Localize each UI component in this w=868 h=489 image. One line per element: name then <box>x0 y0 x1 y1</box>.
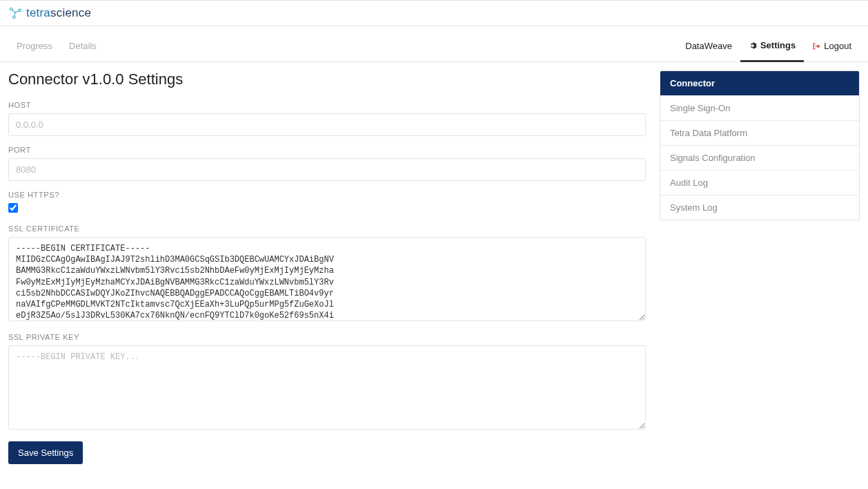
svg-line-6 <box>14 13 15 16</box>
logout-icon <box>812 42 820 50</box>
tab-details[interactable]: Details <box>61 31 105 61</box>
sidebar-item-sso[interactable]: Single Sign-On <box>660 96 859 121</box>
topbar: tetrascience <box>0 0 868 26</box>
sidebar-item-system-log[interactable]: System Log <box>660 195 859 220</box>
sidebar-item-audit-log[interactable]: Audit Log <box>660 171 859 195</box>
svg-point-2 <box>13 16 16 19</box>
subnav: Progress Details DataWeave Settings Logo… <box>0 30 868 62</box>
brand-logo[interactable]: tetrascience <box>8 6 91 20</box>
https-label: USE HTTPS? <box>8 191 646 199</box>
save-settings-button[interactable]: Save Settings <box>8 441 83 464</box>
ssl-cert-label: SSL CERTIFICATE <box>8 224 646 233</box>
main-panel: Connector v1.0.0 Settings HOST PORT USE … <box>8 70 646 489</box>
nav-settings[interactable]: Settings <box>740 30 804 62</box>
ssl-cert-textarea[interactable] <box>8 237 646 321</box>
subnav-left: Progress Details <box>8 31 105 61</box>
host-label: HOST <box>8 101 646 109</box>
svg-point-1 <box>19 9 21 12</box>
nav-dataweave[interactable]: DataWeave <box>677 30 740 61</box>
subnav-right: DataWeave Settings Logout <box>677 30 860 61</box>
settings-sidebar: Connector Single Sign-On Tetra Data Plat… <box>660 70 860 220</box>
svg-line-4 <box>12 10 14 12</box>
sidebar-item-tdp[interactable]: Tetra Data Platform <box>660 121 859 146</box>
ssl-key-textarea[interactable] <box>8 345 646 430</box>
host-input[interactable] <box>8 113 646 136</box>
https-checkbox[interactable] <box>8 203 18 213</box>
svg-point-0 <box>10 8 12 10</box>
ssl-key-label: SSL PRIVATE KEY <box>8 333 646 341</box>
page-title: Connector v1.0.0 Settings <box>8 70 646 88</box>
tetra-logo-icon <box>8 7 22 19</box>
gear-icon <box>749 41 757 50</box>
sidebar-item-signals[interactable]: Signals Configuration <box>660 146 859 171</box>
svg-line-5 <box>16 11 19 12</box>
port-label: PORT <box>8 146 646 154</box>
brand-text: tetrascience <box>26 6 91 20</box>
port-input[interactable] <box>8 158 646 181</box>
tab-progress[interactable]: Progress <box>8 31 61 61</box>
sidebar-item-connector[interactable]: Connector <box>660 71 859 96</box>
content: Connector v1.0.0 Settings HOST PORT USE … <box>0 62 868 489</box>
nav-logout[interactable]: Logout <box>804 30 860 61</box>
